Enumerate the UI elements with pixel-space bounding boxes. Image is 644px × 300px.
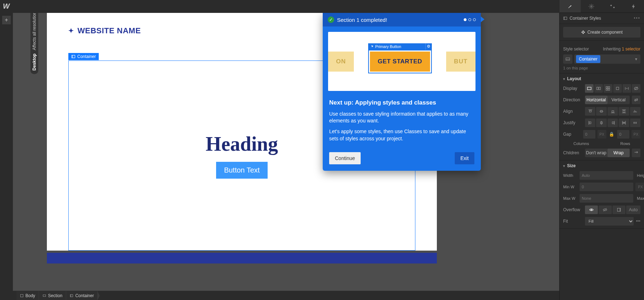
size-section-title[interactable]: Size xyxy=(563,163,640,168)
justify-around-icon xyxy=(633,120,638,125)
tab-interactions[interactable] xyxy=(602,0,623,13)
state-selector[interactable] xyxy=(563,54,572,64)
button-text-element[interactable]: Button Text xyxy=(216,162,268,179)
tutorial-header: ✓ Section 1 completed! xyxy=(323,13,481,26)
pointer-icon xyxy=(370,45,374,48)
svg-rect-16 xyxy=(606,87,608,88)
swap-icon xyxy=(634,150,639,155)
wrap-reverse[interactable] xyxy=(632,149,640,157)
style-selector-row: Style selector Inheriting 1 selector xyxy=(563,47,640,52)
justify-between[interactable] xyxy=(619,118,629,127)
primary-button-selection: Primary Button ⚙ GET STARTED xyxy=(368,50,432,73)
gap-row-unit[interactable]: PX xyxy=(631,130,640,139)
tab-effects[interactable] xyxy=(623,0,644,13)
display-inline[interactable] xyxy=(623,84,631,93)
inheriting-text[interactable]: Inheriting 1 selector xyxy=(603,47,640,52)
svg-rect-18 xyxy=(606,89,608,90)
svg-rect-23 xyxy=(589,110,591,112)
overflow-visible[interactable] xyxy=(585,205,598,214)
minw-input[interactable] xyxy=(580,183,633,191)
align-center-icon xyxy=(599,109,604,114)
gap-row-input[interactable] xyxy=(617,130,629,139)
display-none[interactable] xyxy=(632,84,640,93)
justify-end[interactable] xyxy=(608,118,618,127)
selection-label[interactable]: Container xyxy=(68,53,99,60)
tab-style[interactable] xyxy=(560,0,581,13)
wrap-option[interactable]: Wrap xyxy=(608,149,630,157)
class-tag[interactable]: Container xyxy=(576,55,600,63)
continue-button[interactable]: Continue xyxy=(329,152,361,164)
svg-rect-19 xyxy=(608,89,610,90)
crumb-container[interactable]: Container xyxy=(66,291,98,300)
tutorial-footer: Continue Exit xyxy=(323,152,481,171)
svg-rect-0 xyxy=(72,55,75,58)
width-input[interactable] xyxy=(580,171,633,180)
tutorial-title: Next up: Applying styles and classes xyxy=(329,98,474,107)
display-grid[interactable] xyxy=(604,84,612,93)
tutorial-popover: ✓ Section 1 completed! ON Pri xyxy=(323,13,481,171)
gap-label: Gap xyxy=(563,132,581,137)
display-block[interactable] xyxy=(585,84,594,93)
columns-label: Columns xyxy=(574,141,589,146)
exit-button[interactable]: Exit xyxy=(455,152,474,164)
svg-rect-4 xyxy=(70,294,73,296)
tutorial-p2: Let's apply some styles, then use Classe… xyxy=(329,128,474,142)
site-brand[interactable]: ✦ WEBSITE NAME xyxy=(68,26,141,35)
layout-section-title[interactable]: Layout xyxy=(563,76,640,81)
interactions-icon xyxy=(610,4,615,9)
maxw-input[interactable] xyxy=(580,194,633,203)
more-icon[interactable]: ••• xyxy=(636,219,640,224)
align-center[interactable] xyxy=(596,107,606,116)
svg-rect-3 xyxy=(43,295,46,296)
display-flex[interactable] xyxy=(594,84,603,93)
create-component-button[interactable]: Create component xyxy=(563,27,640,38)
more-icon[interactable]: ••• xyxy=(634,16,640,21)
chevron-down-icon[interactable]: ▾ xyxy=(634,57,639,62)
page-heading[interactable]: Heading xyxy=(206,132,278,155)
align-start[interactable] xyxy=(585,107,595,116)
svg-rect-14 xyxy=(597,87,598,90)
crumb-body[interactable]: Body xyxy=(16,291,39,300)
tutorial-body: Next up: Applying styles and classes Use… xyxy=(323,96,481,152)
panel-title-row: Container Styles ••• xyxy=(563,16,640,21)
resolution-badge[interactable]: Desktop Affects all resolutions xyxy=(30,13,38,74)
direction-reverse[interactable] xyxy=(632,96,640,104)
align-end[interactable] xyxy=(608,107,618,116)
rows-label: Rows xyxy=(620,141,630,146)
gap-col-input[interactable] xyxy=(583,130,595,139)
justify-start[interactable] xyxy=(585,118,595,127)
crumb-section[interactable]: Section xyxy=(39,291,66,300)
class-selector-input[interactable]: Container ▾ xyxy=(574,54,640,64)
gap-col-unit[interactable]: PX xyxy=(597,130,606,139)
page-footer-stripe xyxy=(47,253,437,263)
align-start-icon xyxy=(588,109,593,114)
tab-settings[interactable] xyxy=(581,0,602,13)
display-inline-block[interactable] xyxy=(613,84,622,93)
svg-rect-42 xyxy=(634,122,635,124)
svg-rect-40 xyxy=(623,122,624,124)
webflow-logo[interactable]: W xyxy=(3,2,11,11)
gear-icon[interactable]: ⚙ xyxy=(425,43,432,50)
justify-around[interactable] xyxy=(630,118,640,127)
canvas-zone: Desktop Affects all resolutions ✦ WEBSIT… xyxy=(13,13,559,300)
svg-rect-9 xyxy=(564,17,567,20)
align-baseline[interactable] xyxy=(630,107,640,116)
overflow-scroll[interactable] xyxy=(613,205,625,214)
direction-horizontal[interactable]: Horizontal xyxy=(585,96,608,104)
direction-vertical[interactable]: Vertical xyxy=(608,96,630,104)
dont-wrap-option[interactable]: Don't wrap xyxy=(585,149,608,157)
style-panel: Container Styles ••• Create component St… xyxy=(559,13,644,300)
brush-icon xyxy=(567,4,573,9)
overflow-hidden[interactable] xyxy=(599,205,611,214)
justify-center[interactable] xyxy=(596,118,606,127)
svg-rect-41 xyxy=(624,122,625,124)
align-stretch[interactable] xyxy=(619,107,629,116)
justify-between-icon xyxy=(621,120,626,125)
svg-rect-43 xyxy=(636,122,636,124)
fit-select[interactable]: Fill xyxy=(585,217,634,226)
overflow-auto[interactable]: Auto xyxy=(626,205,640,214)
lock-icon[interactable]: 🔒 xyxy=(609,130,615,139)
block-icon xyxy=(587,86,592,91)
sparkle-icon: ✦ xyxy=(68,27,74,35)
add-element-button[interactable]: + xyxy=(2,16,11,24)
